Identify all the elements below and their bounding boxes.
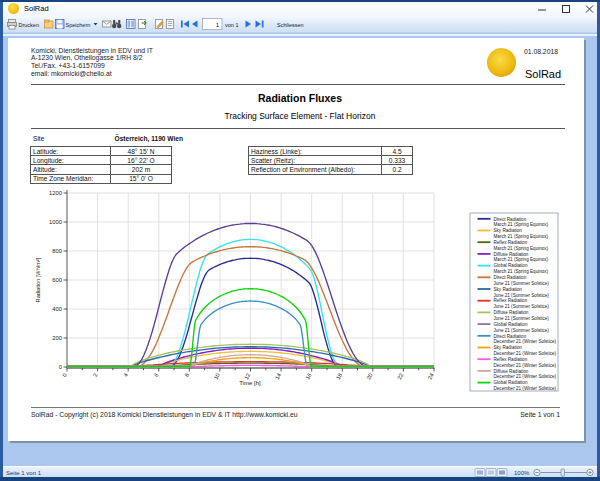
svg-text:Radiation [Wh/m²]: Radiation [Wh/m²] — [35, 257, 41, 302]
svg-text:24: 24 — [427, 372, 435, 380]
svg-text:Time [h]: Time [h] — [239, 380, 261, 386]
svg-text:Global Radiation: Global Radiation — [494, 380, 528, 385]
svg-text:2: 2 — [92, 372, 99, 378]
svg-text:March 21 (Spring Equinox): March 21 (Spring Equinox) — [494, 246, 549, 251]
svg-text:Direct Radiation: Direct Radiation — [494, 217, 527, 222]
svg-text:Diffuse Radiation: Diffuse Radiation — [494, 310, 529, 315]
svg-text:100%: 100% — [514, 470, 530, 476]
svg-text:0: 0 — [59, 364, 62, 370]
svg-text:Global Radiation: Global Radiation — [494, 322, 528, 327]
svg-text:Reflex Radiation: Reflex Radiation — [494, 298, 528, 303]
svg-text:Sky Radiation: Sky Radiation — [494, 287, 523, 292]
svg-text:Diffuse Radiation: Diffuse Radiation — [494, 369, 529, 374]
svg-text:Reflex Radiation: Reflex Radiation — [494, 357, 528, 362]
svg-text:4: 4 — [122, 372, 129, 378]
svg-text:Reflex Radiation: Reflex Radiation — [494, 240, 528, 245]
svg-text:Direct Radiation: Direct Radiation — [494, 334, 527, 339]
svg-text:16: 16 — [304, 372, 312, 380]
svg-text:400: 400 — [52, 306, 62, 312]
svg-text:March 21 (Spring Equinox): March 21 (Spring Equinox) — [494, 234, 549, 239]
svg-text:0: 0 — [61, 372, 68, 378]
svg-text:March 21 (Spring Equinox): March 21 (Spring Equinox) — [494, 269, 549, 274]
svg-text:December 21 (Winter Solstice): December 21 (Winter Solstice) — [494, 339, 557, 344]
svg-text:10: 10 — [213, 372, 221, 380]
svg-text:200: 200 — [52, 335, 62, 341]
svg-text:December 21 (Winter Solstice): December 21 (Winter Solstice) — [494, 386, 557, 391]
svg-text:Direct Radiation: Direct Radiation — [494, 275, 527, 280]
svg-text:22: 22 — [396, 372, 404, 380]
svg-text:600: 600 — [52, 277, 62, 283]
svg-text:June 21 (Summer Solstice): June 21 (Summer Solstice) — [494, 328, 550, 333]
svg-text:Sky Radiation: Sky Radiation — [494, 345, 523, 350]
svg-text:December 21 (Winter Solstice): December 21 (Winter Solstice) — [494, 351, 557, 356]
svg-text:June 21 (Summer Solstice): June 21 (Summer Solstice) — [494, 304, 550, 309]
svg-text:June 21 (Summer Solstice): June 21 (Summer Solstice) — [494, 281, 550, 286]
svg-text:6: 6 — [153, 372, 160, 378]
svg-text:14: 14 — [274, 372, 282, 380]
svg-text:800: 800 — [52, 248, 62, 254]
svg-text:March 21 (Spring Equinox): March 21 (Spring Equinox) — [494, 222, 549, 227]
svg-text:Diffuse Radiation: Diffuse Radiation — [494, 252, 529, 257]
svg-text:March 21 (Spring Equinox): March 21 (Spring Equinox) — [494, 257, 549, 262]
svg-text:Global Radiation: Global Radiation — [494, 263, 528, 268]
svg-text:1200: 1200 — [49, 190, 62, 196]
svg-text:December 21 (Winter Solstice): December 21 (Winter Solstice) — [494, 374, 557, 379]
svg-text:8: 8 — [183, 372, 190, 378]
svg-text:June 21 (Summer Solstice): June 21 (Summer Solstice) — [494, 316, 550, 321]
svg-text:1000: 1000 — [49, 219, 62, 225]
svg-text:20: 20 — [365, 372, 373, 380]
svg-text:June 21 (Summer Solstice): June 21 (Summer Solstice) — [494, 293, 550, 298]
svg-text:18: 18 — [335, 372, 343, 380]
svg-text:December 21 (Winter Solstice): December 21 (Winter Solstice) — [494, 363, 557, 368]
svg-text:Sky Radiation: Sky Radiation — [494, 228, 523, 233]
